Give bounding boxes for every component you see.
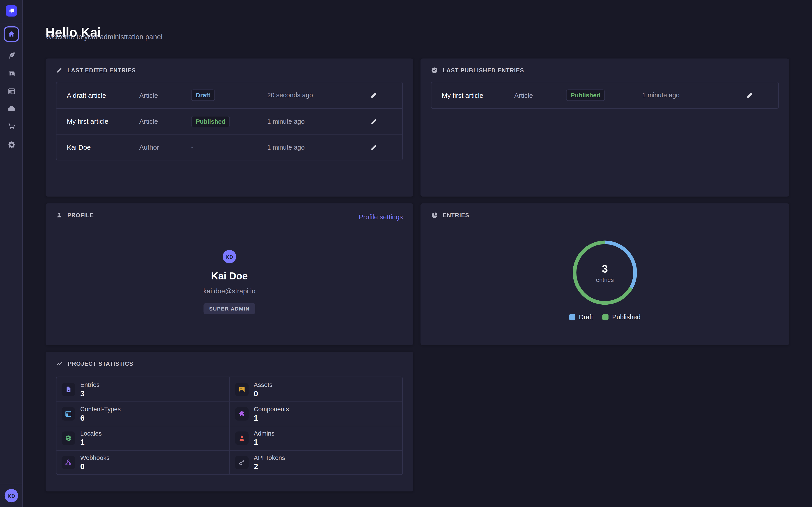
legend-swatch [602,314,609,321]
last-published-entries-panel: LAST PUBLISHED ENTRIES My first article … [420,58,789,196]
stat-label: Webhooks [80,455,110,461]
legend-item-published: Published [602,314,641,321]
avatar: KD [222,250,236,264]
status-badge: Published [566,90,605,101]
sidebar-item-content-manager[interactable] [4,48,19,63]
chart-legend: Draft Published [420,314,789,321]
page-subtitle: Welcome to your administration panel [46,33,162,41]
pencil-icon [370,118,377,125]
pencil-icon [370,144,377,151]
sidebar-user-avatar[interactable]: KD [5,489,18,503]
panel-header: LAST PUBLISHED ENTRIES [431,67,524,74]
stat-label: API Tokens [254,455,285,461]
sidebar-item-settings[interactable] [4,136,19,152]
content-types-layout-icon [62,407,75,421]
entries-panel: ENTRIES 3 entries Draft Published [420,203,789,345]
stat-value: 1 [80,438,102,446]
entries-file-icon [62,383,75,396]
panel-title: LAST EDITED ENTRIES [67,67,136,73]
donut-center: 3 entries [576,244,633,301]
entry-time: 1 minute ago [642,92,721,99]
check-circle-icon [431,67,438,74]
strapi-logo-icon [6,5,17,17]
pencil-icon [370,92,377,99]
assets-image-icon [235,383,249,396]
stat-assets: Assets 0 [230,377,402,402]
sidebar-bottom-divider [0,484,22,484]
stat-value: 0 [254,389,272,397]
entry-name: A draft article [67,91,139,99]
cart-icon [7,122,16,131]
webhooks-icon [62,456,75,469]
components-puzzle-icon [235,407,249,421]
stat-value: 0 [80,463,110,470]
panel-header: PROFILE [56,212,94,218]
stat-value: 1 [254,414,289,421]
stat-admins: Admins 1 [230,426,402,450]
table-row[interactable]: Kai Doe Author - 1 minute ago [56,134,402,160]
person-icon [56,212,63,218]
trending-up-icon [56,360,63,367]
pie-chart-icon [431,212,438,219]
admins-user-icon [235,432,249,445]
stat-label: Entries [80,382,100,388]
home-icon [7,30,15,38]
project-statistics-panel: PROJECT STATISTICS Entries 3 [46,352,413,492]
table-row[interactable]: My first article Article Published 1 min… [56,108,402,134]
entry-time: 1 minute ago [267,144,346,151]
last-published-table: My first article Article Published 1 min… [431,82,779,109]
sidebar-item-marketplace[interactable] [4,118,19,134]
stat-label: Locales [80,431,102,437]
panel-title: PROJECT STATISTICS [68,360,133,367]
panel-header: PROJECT STATISTICS [56,360,133,367]
stat-components: Components 1 [230,402,402,426]
cloud-icon [7,104,16,113]
sidebar-item-home[interactable] [4,26,19,42]
table-row[interactable]: My first article Article Published 1 min… [432,82,778,108]
sidebar-item-cloud[interactable] [4,101,19,116]
pencil-icon [56,67,63,73]
stat-label: Components [254,406,289,412]
sidebar-divider [0,23,22,23]
stat-content-types: Content-Types 6 [56,402,230,426]
entry-type: Author [139,143,191,151]
panel-header: LAST EDITED ENTRIES [56,67,136,73]
entries-count: 3 [602,263,608,275]
profile-name: Kai Doe [211,271,248,282]
locales-globe-icon [62,432,75,445]
edit-entry-button[interactable] [367,89,381,102]
sidebar: KD [0,0,23,507]
layout-icon [7,87,16,96]
table-row[interactable]: A draft article Article Draft 20 seconds… [56,82,402,108]
stat-webhooks: Webhooks 0 [56,450,230,474]
profile-body: KD Kai Doe kai.doe@strapi.io SUPER ADMIN [46,250,413,314]
profile-panel: PROFILE Profile settings KD Kai Doe kai.… [46,203,413,345]
last-edited-entries-panel: LAST EDITED ENTRIES A draft article Arti… [46,58,413,196]
edit-entry-button[interactable] [367,115,381,128]
sidebar-item-content-type-builder[interactable] [4,83,19,99]
feather-icon [7,51,16,60]
profile-settings-link[interactable]: Profile settings [359,213,403,221]
panel-title: PROFILE [67,212,94,218]
legend-item-draft: Draft [569,314,593,321]
stat-value: 3 [80,389,100,397]
profile-email: kai.doe@strapi.io [203,287,256,295]
entry-name: Kai Doe [67,143,139,151]
stat-label: Admins [254,431,274,437]
entry-type: Article [139,91,191,99]
entries-count-label: entries [596,277,614,283]
gear-icon [7,140,16,149]
stat-locales: Locales 1 [56,426,230,450]
status-empty: - [191,143,267,151]
legend-swatch [569,314,575,321]
panel-header: ENTRIES [431,212,469,219]
entry-type: Article [514,91,566,99]
pencil-icon [746,92,753,99]
panel-title: ENTRIES [443,212,469,218]
stat-value: 1 [254,438,274,446]
stat-label: Content-Types [80,406,121,412]
edit-entry-button[interactable] [367,140,381,154]
edit-entry-button[interactable] [743,89,757,102]
sidebar-item-media-library[interactable] [4,66,19,81]
entry-time: 20 seconds ago [267,92,346,99]
